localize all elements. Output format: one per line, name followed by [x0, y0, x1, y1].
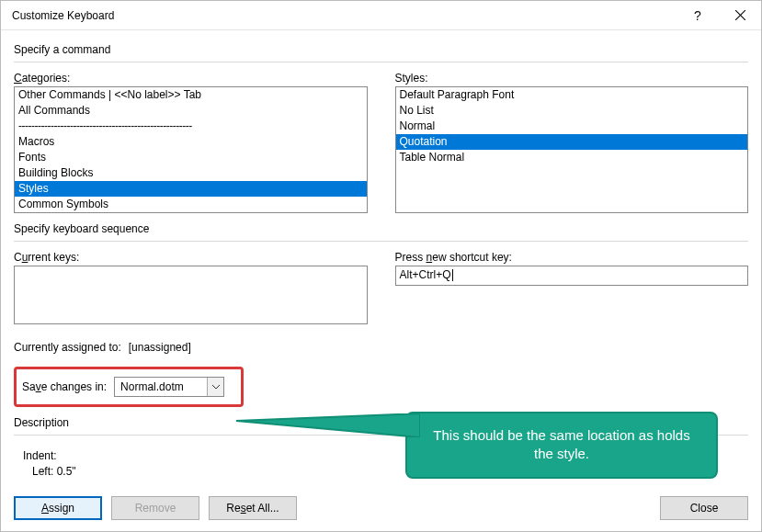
list-item[interactable]: Normal: [396, 119, 748, 134]
list-item[interactable]: Common Symbols: [15, 197, 367, 212]
remove-button[interactable]: Remove: [111, 496, 199, 520]
list-item[interactable]: Default Paragraph Font: [396, 87, 748, 103]
customize-keyboard-dialog: Customize Keyboard ? Specify a command C…: [0, 0, 762, 532]
list-item[interactable]: Styles: [15, 181, 367, 197]
save-changes-label: Save changes in:: [22, 380, 107, 393]
list-item[interactable]: ----------------------------------------…: [15, 119, 367, 134]
titlebar: Customize Keyboard ?: [1, 1, 761, 30]
new-shortcut-input[interactable]: Alt+Ctrl+Q: [395, 266, 749, 286]
divider: [14, 241, 748, 242]
press-new-label: Press new shortcut key:: [395, 251, 749, 264]
assigned-to-label: Currently assigned to:: [14, 341, 121, 354]
list-item[interactable]: Building Blocks: [15, 165, 367, 181]
text-caret: [452, 269, 453, 281]
specify-command-label: Specify a command: [14, 43, 748, 56]
list-item[interactable]: Quotation: [396, 134, 748, 150]
save-changes-dropdown[interactable]: Normal.dotm: [114, 377, 224, 397]
list-item[interactable]: Table Normal: [396, 150, 748, 165]
current-keys-label: Current keys:: [14, 251, 368, 264]
chevron-down-icon: [207, 378, 223, 396]
callout-text: This should be the same location as hold…: [405, 412, 718, 479]
categories-label: Categories:: [14, 72, 368, 85]
specify-sequence-label: Specify keyboard sequence: [14, 222, 748, 235]
callout-tail: [236, 413, 420, 437]
help-button[interactable]: ?: [677, 1, 719, 30]
styles-listbox[interactable]: Default Paragraph FontNo ListNormalQuota…: [395, 86, 749, 213]
list-item[interactable]: Macros: [15, 134, 367, 150]
list-item[interactable]: All Commands: [15, 103, 367, 119]
close-x-button[interactable]: [719, 1, 761, 30]
assign-button[interactable]: Assign: [14, 496, 102, 520]
save-changes-value: Normal.dotm: [115, 380, 207, 393]
svg-marker-2: [236, 413, 420, 437]
assigned-to-value: [unassigned]: [129, 341, 191, 354]
dialog-title: Customize Keyboard: [12, 9, 677, 22]
list-item[interactable]: Other Commands | <<No label>> Tab: [15, 87, 367, 103]
categories-listbox[interactable]: Other Commands | <<No label>> TabAll Com…: [14, 86, 368, 213]
save-changes-row: Save changes in: Normal.dotm: [14, 367, 244, 407]
annotation-callout: This should be the same location as hold…: [405, 412, 718, 479]
reset-all-button[interactable]: Reset All...: [209, 496, 297, 520]
divider: [14, 62, 748, 62]
list-item[interactable]: No List: [396, 103, 748, 119]
list-item[interactable]: Fonts: [15, 150, 367, 165]
current-keys-listbox[interactable]: [14, 266, 368, 324]
styles-label: Styles:: [395, 72, 749, 85]
shortcut-value: Alt+Ctrl+Q: [400, 268, 451, 281]
close-icon: [735, 10, 745, 20]
close-button[interactable]: Close: [660, 496, 748, 520]
